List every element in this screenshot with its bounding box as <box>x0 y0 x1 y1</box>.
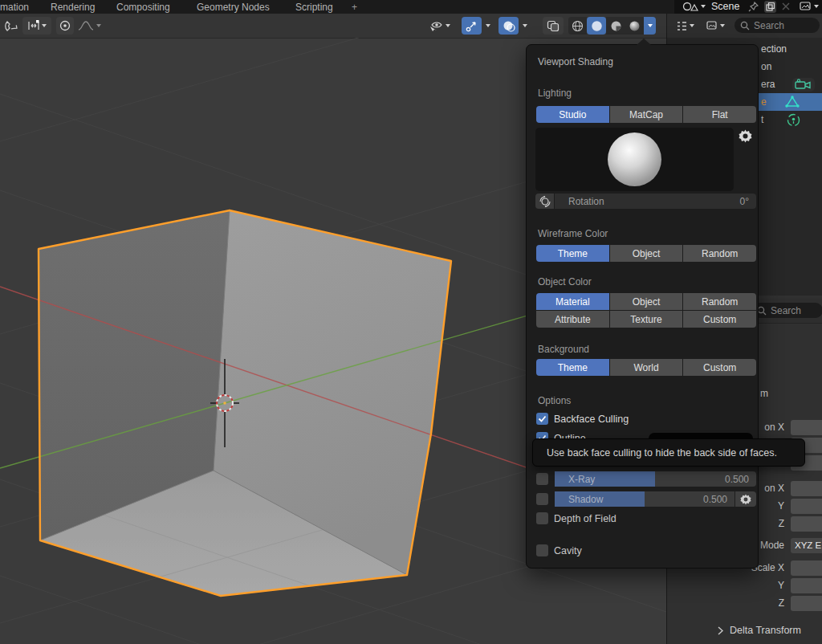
depth-of-field-checkbox[interactable] <box>536 512 548 524</box>
gizmos-toggle-button[interactable] <box>462 17 482 35</box>
wireframe-theme-button[interactable]: Theme <box>536 245 609 262</box>
scale-x-field[interactable] <box>791 560 822 576</box>
object-color-texture-button[interactable]: Texture <box>610 311 683 328</box>
outliner-header: Search <box>666 14 822 39</box>
rotation-x-field[interactable] <box>791 481 822 496</box>
lighting-flat-button[interactable]: Flat <box>683 106 756 123</box>
object-visibility-button[interactable] <box>428 17 450 35</box>
topbar: mation Rendering Compositing Geometry No… <box>0 0 822 14</box>
cavity-checkbox[interactable] <box>536 544 548 556</box>
shadow-checkbox[interactable] <box>536 493 548 505</box>
viewport-shading-popover: Viewport Shading Lighting Studio MatCap … <box>526 44 759 569</box>
rendered-shading-icon <box>629 20 641 32</box>
shadow-settings-button[interactable] <box>735 491 756 507</box>
shadow-slider[interactable]: Shadow 0.500 <box>555 491 735 507</box>
visibility-eye-icon <box>429 20 444 32</box>
overlays-chevron[interactable] <box>523 24 527 27</box>
rotation-icon-button[interactable] <box>535 194 554 209</box>
camera-icon[interactable] <box>791 77 816 92</box>
depth-of-field-label: Depth of Field <box>554 513 616 524</box>
falloff-dropdown-chevron[interactable] <box>96 24 101 27</box>
wireframe-object-button[interactable]: Object <box>610 245 683 262</box>
proportional-edit-button[interactable] <box>56 17 74 35</box>
background-custom-button[interactable]: Custom <box>683 359 756 376</box>
object-color-row2: Attribute Texture Custom <box>536 311 756 328</box>
row-label: ection <box>761 43 787 55</box>
xray-toggle-button[interactable] <box>543 17 564 35</box>
unlink-icon[interactable] <box>782 2 790 10</box>
shading-material-button[interactable] <box>606 17 625 35</box>
rotation-mode-button[interactable]: XYZ E <box>791 538 822 553</box>
tab-rendering[interactable]: Rendering <box>51 2 95 13</box>
delta-transform-section[interactable]: Delta Transform <box>717 625 801 636</box>
scene-name[interactable]: Scene <box>711 1 739 12</box>
row-label: t <box>761 114 763 125</box>
filter-image-icon <box>706 21 718 31</box>
outliner-display-mode-button[interactable] <box>672 17 698 35</box>
outliner-filter-button[interactable] <box>702 17 728 35</box>
backface-culling-checkbox[interactable] <box>536 413 548 425</box>
scene-dropdown-chevron[interactable] <box>701 5 706 8</box>
studiolight-preview[interactable] <box>535 128 734 191</box>
snap-magnet-icon[interactable] <box>4 19 18 32</box>
view-layer-chevron[interactable] <box>814 5 819 8</box>
search-icon <box>740 21 750 31</box>
properties-search-input[interactable]: Search <box>752 303 822 318</box>
shadow-slider-value: 0.500 <box>703 494 727 505</box>
rotation-slider[interactable]: Rotation 0° <box>555 194 756 209</box>
object-color-custom-button[interactable]: Custom <box>683 311 756 328</box>
xray-slider[interactable]: X-Ray 0.500 <box>555 471 756 487</box>
rotation-y-field[interactable] <box>791 499 822 514</box>
falloff-curve-icon[interactable] <box>78 21 94 31</box>
mesh-data-icon[interactable] <box>784 95 800 109</box>
lighting-matcap-button[interactable]: MatCap <box>610 106 683 123</box>
shading-rendered-button[interactable] <box>625 17 644 35</box>
shading-solid-button[interactable] <box>587 17 606 35</box>
tab-geometry-nodes[interactable]: Geometry Nodes <box>197 2 270 13</box>
solid-shading-icon <box>591 20 603 32</box>
object-color-material-button[interactable]: Material <box>536 293 609 310</box>
object-color-attribute-button[interactable]: Attribute <box>536 311 609 328</box>
proportional-edit-icon <box>59 20 71 31</box>
filter-chevron <box>720 24 725 27</box>
light-icon[interactable] <box>786 112 801 128</box>
add-workspace-button[interactable]: + <box>352 2 357 13</box>
object-color-object-button[interactable]: Object <box>610 293 683 310</box>
background-theme-button[interactable]: Theme <box>536 359 609 376</box>
popover-arrow <box>637 39 651 45</box>
tooltip: Use back face culling to hide the back s… <box>532 438 805 467</box>
scale-z-field[interactable] <box>791 596 822 611</box>
lighting-studio-button[interactable]: Studio <box>536 106 609 123</box>
row-label: on <box>761 61 771 72</box>
expand-chevron-icon <box>717 626 724 635</box>
shading-chevron-icon <box>648 24 653 27</box>
view-layer-icon[interactable] <box>800 2 812 12</box>
tab-compositing[interactable]: Compositing <box>116 2 170 13</box>
pin-icon[interactable] <box>748 2 759 12</box>
shading-wireframe-button[interactable] <box>568 17 587 35</box>
outliner-search-input[interactable]: Search <box>735 18 820 33</box>
studiolight-settings-gear-icon[interactable] <box>739 129 752 143</box>
tab-animation[interactable]: mation <box>0 2 29 13</box>
outliner-search-placeholder: Search <box>754 20 784 31</box>
row-label: era <box>761 79 775 90</box>
background-world-button[interactable]: World <box>610 359 683 376</box>
scene-icon[interactable] <box>682 2 698 12</box>
xray-checkbox[interactable] <box>536 473 548 485</box>
rotation-z-field[interactable] <box>791 516 822 532</box>
tab-scripting[interactable]: Scripting <box>295 2 333 13</box>
properties-search-placeholder: Search <box>771 305 801 316</box>
cavity-label: Cavity <box>554 545 582 556</box>
blender-window: { "topbar": { "tabs": ["mation", "Render… <box>0 0 822 644</box>
gizmos-chevron[interactable] <box>486 24 490 27</box>
object-color-row1: Material Object Random <box>536 293 756 310</box>
location-x-field[interactable] <box>791 420 822 435</box>
wireframe-color-segmented-control: Theme Object Random <box>536 245 756 262</box>
object-color-random-button[interactable]: Random <box>683 293 756 310</box>
wireframe-random-button[interactable]: Random <box>683 245 756 262</box>
overlays-toggle-button[interactable] <box>498 17 519 35</box>
shading-options-chevron-button[interactable] <box>644 17 656 35</box>
new-data-icon[interactable] <box>764 1 776 13</box>
scale-y-field[interactable] <box>791 578 822 593</box>
snap-mode-button[interactable] <box>22 17 51 35</box>
